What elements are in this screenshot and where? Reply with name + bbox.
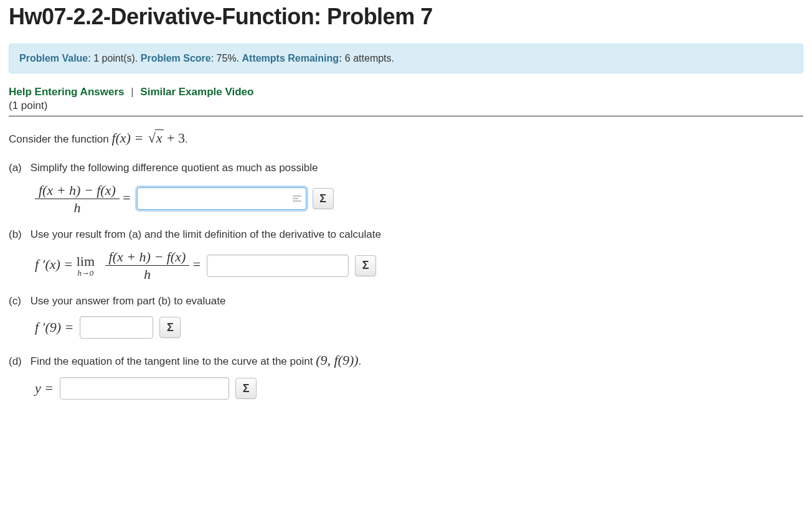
dq-numerator: f(x + h) − f(x)	[35, 183, 120, 199]
answer-c-input[interactable]	[80, 316, 153, 339]
part-c-label: (c)	[9, 295, 27, 307]
dq-denominator: h	[73, 199, 80, 215]
part-d-label: (d)	[9, 355, 27, 368]
part-a-label: (a)	[9, 162, 27, 174]
fn-tail: + 3	[164, 130, 185, 146]
stem-text-a: Consider the function	[9, 133, 111, 145]
equals-sign: =	[123, 189, 130, 205]
part-d-text-post: .	[359, 355, 362, 367]
part-b-label: (b)	[9, 228, 27, 241]
limit-operator: lim h→0	[77, 255, 95, 277]
sqrt-icon: x	[147, 129, 164, 148]
equation-editor-button-a[interactable]: Σ	[313, 188, 334, 209]
stem-text-b: .	[185, 133, 188, 145]
dq-denominator-b: h	[144, 266, 151, 281]
answer-d-input[interactable]	[60, 377, 229, 400]
y-equals: y =	[35, 380, 54, 396]
fn-lhs: f(x) =	[111, 130, 146, 146]
problem-info-box: Problem Value: 1 point(s). Problem Score…	[9, 44, 803, 73]
part-a-text: Simplify the following difference quotie…	[31, 162, 318, 174]
info-value-label: Problem Value	[19, 53, 88, 63]
info-score-label: Problem Score	[141, 53, 211, 63]
equation-editor-button-d[interactable]: Σ	[235, 378, 257, 399]
tangent-point: (9, f(9))	[316, 352, 358, 368]
lim-sub: h→0	[77, 269, 93, 277]
fn-radicand: x	[155, 129, 164, 146]
help-links-row: Help Entering Answers | Similar Example …	[9, 86, 803, 98]
fprime-9: f ′(9) =	[35, 319, 73, 335]
info-score-text: : 75%.	[211, 53, 242, 63]
divider	[9, 116, 803, 116]
help-entering-answers-link[interactable]: Help Entering Answers	[9, 86, 124, 98]
part-d: (d) Find the equation of the tangent lin…	[9, 352, 803, 400]
answer-a-input[interactable]	[137, 187, 306, 210]
page-title: Hw07-2.2-Derivative-Function: Problem 7	[9, 4, 803, 30]
difference-quotient: f(x + h) − f(x) h =	[35, 183, 131, 215]
part-c: (c) Use your answer from part (b) to eva…	[9, 295, 803, 339]
problem-stem: Consider the function f(x) = x + 3.	[9, 129, 803, 148]
part-c-text: Use your answer from part (b) to evaluat…	[31, 295, 226, 307]
info-value-text: : 1 point(s).	[88, 53, 140, 63]
info-attempts-text: 6 attempts.	[342, 53, 394, 63]
function-definition: f(x) = x + 3	[111, 130, 185, 146]
similar-example-video-link[interactable]: Similar Example Video	[140, 86, 253, 98]
lim-word: lim	[77, 255, 95, 268]
equals-sign-b: =	[193, 256, 201, 272]
part-a: (a) Simplify the following difference qu…	[9, 162, 803, 215]
link-separator: |	[127, 86, 137, 98]
equation-editor-button-b[interactable]: Σ	[355, 255, 376, 276]
answer-b-input[interactable]	[207, 255, 349, 277]
info-attempts-label: Attempts Remaining:	[242, 53, 342, 63]
part-d-text-pre: Find the equation of the tangent line to…	[31, 355, 316, 367]
fprime-x: f ′(x) =	[35, 256, 77, 272]
part-b-text: Use your result from (a) and the limit d…	[31, 228, 381, 240]
points-label: (1 point)	[9, 100, 803, 112]
limit-definition: f ′(x) = lim h→0 f(x + h) − f(x) h =	[35, 250, 201, 281]
part-b: (b) Use your result from (a) and the lim…	[9, 228, 803, 281]
equation-editor-button-c[interactable]: Σ	[159, 317, 181, 338]
dq-numerator-b: f(x + h) − f(x)	[105, 250, 190, 266]
